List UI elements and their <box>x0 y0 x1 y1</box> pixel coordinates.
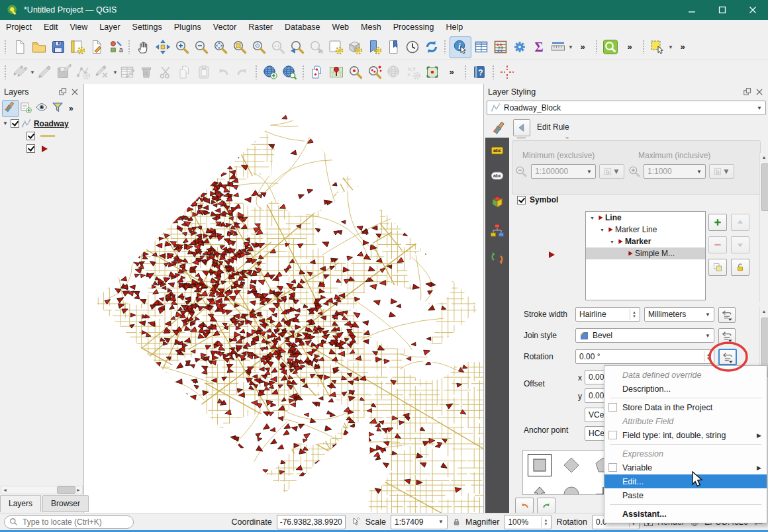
open-layer-styling-button[interactable] <box>2 100 19 117</box>
measure-dropdown-icon[interactable]: ▼ <box>568 44 573 50</box>
processing-toolbox-button[interactable] <box>510 38 529 57</box>
menu-view[interactable]: View <box>64 21 93 33</box>
toolbar-overflow-2-button[interactable]: » <box>620 38 640 57</box>
expand-arrow-icon[interactable]: ▼ <box>600 228 606 232</box>
shape-diamond[interactable] <box>560 455 583 476</box>
menu-item-description[interactable]: Description... <box>604 382 767 396</box>
menu-database[interactable]: Database <box>279 21 326 33</box>
scrollbar-thumb[interactable] <box>57 486 75 494</box>
scroll-left-icon[interactable]: ◄ <box>1 488 9 492</box>
canvas-extent-button[interactable] <box>423 63 442 82</box>
shape-square[interactable] <box>528 455 551 476</box>
duplicate-symbol-layer-button[interactable] <box>708 259 727 276</box>
coordinate-capture-button[interactable] <box>498 63 517 82</box>
scale-combo[interactable]: 1:57409▼ <box>391 515 448 529</box>
symbol-layer-line[interactable]: ▼Line <box>586 212 705 224</box>
legend-item-line[interactable] <box>0 130 83 142</box>
style-redo-button[interactable] <box>537 498 555 513</box>
stroke-width-unit-combo[interactable]: Millimeters▼ <box>644 307 714 322</box>
minimize-button[interactable] <box>677 0 707 20</box>
metasearch-new-button[interactable] <box>261 63 280 82</box>
pan-to-selection-button[interactable] <box>153 38 172 57</box>
symbol-checkbox[interactable] <box>517 196 526 204</box>
statistical-summary-button[interactable]: Σ <box>529 38 548 57</box>
diagrams-tab-icon[interactable] <box>489 222 505 238</box>
menu-raster[interactable]: Raster <box>242 21 279 33</box>
scroll-up-icon[interactable]: ▲ <box>760 153 768 161</box>
coordinate-field[interactable]: -76.9382,38.9920 <box>277 515 346 529</box>
scroll-right-icon[interactable]: ► <box>75 488 82 492</box>
scroll-up-icon[interactable]: ▲ <box>760 307 768 316</box>
spin-arrows-icon[interactable]: ▲▼ <box>630 309 636 320</box>
temporal-controller-button[interactable] <box>403 38 422 57</box>
map-canvas[interactable] <box>84 84 483 513</box>
zoom-out-button[interactable] <box>191 38 211 57</box>
menu-item-field-type-int-double-string[interactable]: Field type: int, double, string▶ <box>604 428 767 442</box>
new-3d-map-view-button[interactable] <box>345 38 364 57</box>
advanced-digitize-dropdown-icon[interactable]: ▼ <box>113 69 118 75</box>
zoom-in-button[interactable] <box>172 38 191 57</box>
styling-scrollbar-upper[interactable]: ▲ <box>759 153 768 302</box>
lock-colors-button[interactable] <box>731 259 749 276</box>
legend-item-marker[interactable] <box>0 142 83 155</box>
expand-arrow-icon[interactable]: ▼ <box>610 240 616 244</box>
style-undo-button[interactable] <box>515 498 534 513</box>
new-spatial-bookmark-button[interactable] <box>364 38 383 57</box>
refresh-map-button[interactable] <box>422 38 441 57</box>
menu-checkbox[interactable] <box>608 403 617 412</box>
select-features-dropdown-icon[interactable]: ▼ <box>668 44 673 50</box>
join-style-combo[interactable]: Bevel▼ <box>575 328 714 343</box>
menu-checkbox[interactable] <box>608 431 617 439</box>
copy-coordinates-button[interactable] <box>308 63 327 82</box>
menu-item-edit[interactable]: Edit... <box>604 474 767 488</box>
new-project-button[interactable] <box>10 38 29 57</box>
menu-settings[interactable]: Settings <box>126 21 168 33</box>
menu-edit[interactable]: Edit <box>38 21 64 33</box>
zoom-last-button[interactable] <box>287 38 307 57</box>
field-calculator-button[interactable] <box>491 38 510 57</box>
menu-item-assistant[interactable]: Assistant... <box>604 507 767 521</box>
rotation-spinbox[interactable]: 0.00 ° ▲▼ <box>575 349 714 364</box>
symbol-layer-marker-line[interactable]: ▼Marker Line <box>586 224 705 236</box>
labels-tab-icon[interactable]: abc <box>489 144 506 157</box>
plugin-search-button[interactable] <box>601 38 620 57</box>
zoom-to-layer-button[interactable] <box>249 38 268 57</box>
zoom-to-coordinates-button[interactable] <box>365 63 385 82</box>
symbol-layer-simple-m[interactable]: Simple M... <box>586 247 705 259</box>
layer-selector-combo[interactable]: Roadway_Block ▼ <box>487 101 766 115</box>
menu-checkbox[interactable] <box>608 463 617 472</box>
maximize-button[interactable] <box>707 0 738 20</box>
filter-legend-button[interactable] <box>51 101 67 116</box>
expand-arrow-icon[interactable]: ▼ <box>590 216 597 220</box>
layers-toolbar-overflow[interactable]: » <box>67 104 74 113</box>
pin-location-button[interactable] <box>327 63 346 82</box>
menu-web[interactable]: Web <box>326 21 355 33</box>
add-symbol-layer-button[interactable] <box>708 214 727 231</box>
layers-panel-float-icon[interactable] <box>58 87 68 97</box>
toolbar-overflow-4-button[interactable]: » <box>442 63 461 82</box>
menu-mesh[interactable]: Mesh <box>355 21 387 33</box>
magnifier-spinbox[interactable]: 100% ▲▼ <box>504 515 552 529</box>
menu-plugins[interactable]: Plugins <box>168 21 207 33</box>
toolbar-overflow-3-button[interactable]: » <box>673 38 693 57</box>
new-print-layout-button[interactable] <box>68 38 87 57</box>
shape-circle[interactable] <box>560 484 583 495</box>
menu-help[interactable]: Help <box>440 21 469 33</box>
menu-layer[interactable]: Layer <box>93 21 126 33</box>
legend-marker-checkbox[interactable] <box>26 144 35 153</box>
stroke-width-override-button[interactable] <box>718 307 736 323</box>
tab-layers[interactable]: Layers <box>0 495 41 512</box>
select-features-button[interactable] <box>648 38 667 57</box>
open-attribute-table-button[interactable] <box>471 38 491 57</box>
styling-panel-float-icon[interactable] <box>743 87 752 97</box>
help-button[interactable]: ? <box>470 63 489 82</box>
layers-panel-close-icon[interactable] <box>70 87 79 97</box>
save-project-button[interactable] <box>48 38 68 57</box>
mouse-position-icon[interactable] <box>350 517 361 527</box>
styling-panel-close-icon[interactable] <box>755 87 764 97</box>
symbol-header[interactable]: Symbol <box>517 195 558 204</box>
shape-arrow-up[interactable] <box>528 484 551 495</box>
join-style-override-button[interactable] <box>718 328 736 344</box>
menu-processing[interactable]: Processing <box>387 21 440 33</box>
metasearch-button[interactable] <box>280 63 299 82</box>
